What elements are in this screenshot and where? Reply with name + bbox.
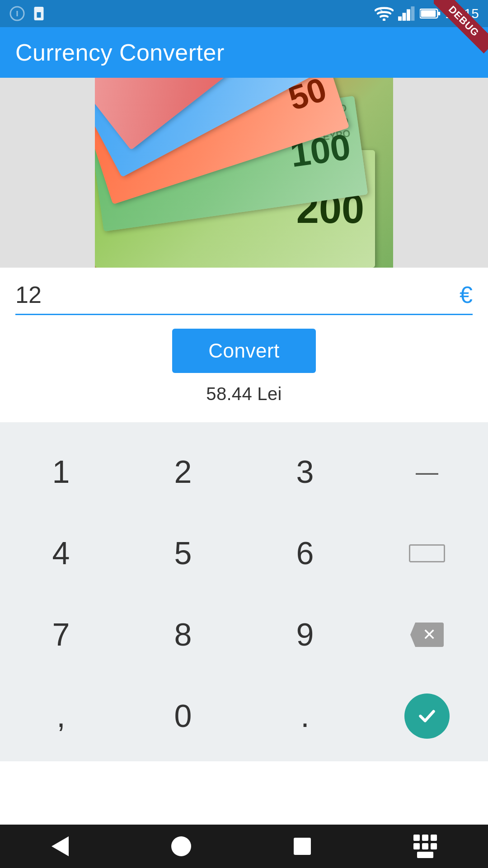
- amount-input[interactable]: [15, 281, 455, 308]
- key-space[interactable]: [366, 513, 488, 594]
- confirm-icon: [404, 693, 450, 739]
- key-5[interactable]: 5: [122, 513, 244, 594]
- key-2[interactable]: 2: [122, 431, 244, 513]
- debug-label: DEBUG: [434, 0, 488, 54]
- key-8[interactable]: 8: [122, 594, 244, 675]
- svg-point-4: [383, 19, 385, 21]
- svg-rect-8: [407, 9, 410, 21]
- amount-row: €: [15, 281, 473, 315]
- key-delete[interactable]: ✕: [366, 594, 488, 675]
- currency-symbol: €: [460, 281, 473, 308]
- key-6[interactable]: 6: [244, 513, 366, 594]
- nav-home-button[interactable]: [171, 836, 191, 856]
- nav-bar: [0, 825, 488, 868]
- keyboard-icon: [413, 835, 437, 858]
- key-comma[interactable]: ,: [0, 675, 122, 757]
- keyboard-row-4: , 0 .: [0, 675, 488, 757]
- convert-section: Convert 58.44 Lei: [15, 329, 473, 404]
- key-minus[interactable]: —: [366, 431, 488, 513]
- key-confirm[interactable]: [366, 675, 488, 757]
- key-0[interactable]: 0: [122, 675, 244, 757]
- keyboard-row-1: 1 2 3 —: [0, 431, 488, 513]
- nav-back-button[interactable]: [52, 836, 69, 856]
- recents-icon: [294, 838, 311, 855]
- home-icon: [171, 836, 191, 856]
- key-9[interactable]: 9: [244, 594, 366, 675]
- key-4[interactable]: 4: [0, 513, 122, 594]
- svg-rect-7: [402, 13, 406, 20]
- keyboard-row-3: 7 8 9 ✕: [0, 594, 488, 675]
- key-dot[interactable]: .: [244, 675, 366, 757]
- result-display: 58.44 Lei: [206, 384, 282, 404]
- svg-rect-9: [411, 6, 414, 21]
- key-7[interactable]: 7: [0, 594, 122, 675]
- keyboard: 1 2 3 — 4 5 6 7 8 9 ✕ , 0: [0, 422, 488, 761]
- wifi-icon: [9, 5, 25, 22]
- debug-ribbon: DEBUG: [434, 0, 488, 54]
- status-bar-left-icons: [9, 5, 47, 22]
- svg-rect-3: [37, 12, 41, 18]
- app-title: Currency Converter: [15, 39, 225, 66]
- svg-rect-6: [398, 16, 402, 21]
- space-icon: [409, 544, 445, 562]
- nav-recents-button[interactable]: [294, 838, 311, 855]
- signal-icon: [398, 6, 415, 21]
- hero-image: 10 20 50 EUROEYPO 100 EUROEYPOEYPO: [0, 78, 488, 268]
- status-bar: 10:15 DEBUG: [0, 0, 488, 27]
- convert-button[interactable]: Convert: [172, 329, 316, 373]
- nav-keyboard-button[interactable]: [413, 835, 437, 858]
- key-3[interactable]: 3: [244, 431, 366, 513]
- sim-icon: [31, 5, 47, 22]
- app-bar: Currency Converter: [0, 27, 488, 78]
- wifi-signal-icon: [375, 6, 394, 21]
- back-icon: [52, 836, 69, 856]
- main-content: € Convert 58.44 Lei: [0, 268, 488, 422]
- key-1[interactable]: 1: [0, 431, 122, 513]
- keyboard-row-2: 4 5 6: [0, 513, 488, 594]
- delete-icon: ✕: [410, 623, 444, 647]
